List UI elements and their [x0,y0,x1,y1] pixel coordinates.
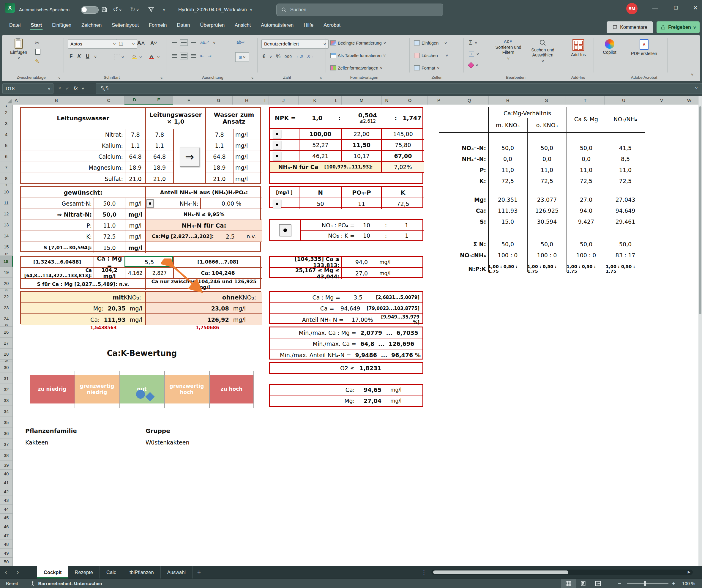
sheet-grid[interactable]: Leitungswasser Leitungswasser× 1,0 Wasse… [13,105,698,566]
clear-button[interactable]: ∨ [469,63,478,68]
tab-automatisieren[interactable]: Automatisieren [256,19,299,31]
row-header-46[interactable]: 46 [0,522,13,531]
row-header-45[interactable]: 45 [0,514,13,522]
format-painter-icon[interactable]: ✎ [35,58,39,65]
row-header-44[interactable]: 44 [0,505,13,514]
row-header-31[interactable]: 31 [0,373,13,384]
column-header-E[interactable]: E [145,96,173,105]
row-header-33[interactable]: 33 [0,395,13,406]
collapse-ribbon-icon[interactable]: ∨ [690,73,694,76]
row-header-15[interactable]: 15 [0,241,13,252]
tab-acrobat[interactable]: Acrobat [319,19,346,31]
page-break-view-icon[interactable] [591,579,605,588]
italic-button[interactable]: K [77,53,81,60]
ratio-spin-button[interactable] [279,224,291,236]
tab-overflow-icon[interactable]: ⋮ [421,566,427,579]
sheet-tab-calc[interactable]: Calc [100,566,123,579]
zoom-out-icon[interactable]: − [618,580,621,587]
create-pdf-button[interactable]: A PDF erstellen [629,39,659,56]
fill-button[interactable]: ↓∨ [469,51,479,56]
column-header-W[interactable]: W [680,96,698,105]
tab-seitenlayout[interactable]: Seitenlayout [107,19,144,31]
row-header-6[interactable]: 6 [0,151,13,162]
row-header-1[interactable]: 1 [0,105,13,107]
format-as-table-button[interactable]: Als Tabelle formatieren∨ [330,53,386,58]
row-header-19[interactable]: 19 [0,267,13,278]
addins-button[interactable]: Add-Ins [568,39,589,57]
row-header-9[interactable]: 9 [0,184,13,186]
tab-ansicht[interactable]: Ansicht [230,19,256,31]
row-header-11[interactable]: 11 [0,197,13,208]
font-size-select[interactable]: 11∨ [116,39,137,49]
sheet-nav-next-icon[interactable]: › [12,568,24,576]
tab-einfuegen[interactable]: Einfügen [47,19,76,31]
row-header-3[interactable]: 3 [0,118,13,129]
tab-hilfe[interactable]: Hilfe [299,19,319,31]
autosum-button[interactable]: Σ∨ [469,39,477,46]
share-button[interactable]: Freigeben∨ [657,21,700,33]
row-header-22[interactable]: 22 [0,291,13,302]
row-header-26[interactable]: 26 [0,327,13,338]
row-header-34[interactable]: 34 [0,406,13,417]
row-header-7[interactable]: 7 [0,162,13,173]
cell-styles-button[interactable]: Zellenformatvorlagen∨ [330,66,382,71]
add-sheet-button[interactable]: + [193,566,206,579]
row-header-27[interactable]: 27 [0,338,13,349]
row-header-8[interactable]: 8 [0,173,13,184]
percent-format-icon[interactable]: % [276,53,280,60]
vertical-scrollbar[interactable] [698,96,702,566]
column-header-U[interactable]: U [605,96,643,105]
column-header-P[interactable]: P [428,96,450,105]
row-header-29[interactable]: 29 [0,359,13,362]
column-header-L[interactable]: L [331,96,342,105]
zoom-slider[interactable] [627,583,669,584]
row-header-12[interactable]: 12 [0,208,13,219]
zoom-level[interactable]: 100 % [682,581,695,586]
align-top-icon[interactable] [172,41,177,44]
column-header-N[interactable]: N [382,96,392,105]
decrease-font-icon[interactable]: A˅ [150,40,157,46]
row-header-23[interactable]: 23 [0,302,13,313]
row-header-2[interactable]: 2 [0,107,13,118]
thousands-format-icon[interactable]: 000 [284,54,292,59]
format-cells-button[interactable]: Format∨ [414,66,439,71]
qat-more-icon[interactable]: ∨ [163,0,165,19]
row-header-13[interactable]: 13 [0,219,13,230]
column-header-O[interactable]: O [392,96,428,105]
formula-input[interactable] [96,83,702,94]
row-header-36[interactable]: 36 [0,428,13,439]
sheet-nav-prev-icon[interactable]: ‹ [0,568,12,576]
row-header-18[interactable]: 18 [0,256,13,267]
npk-spin-button-1[interactable] [273,130,281,138]
column-header-R[interactable]: R [489,96,527,105]
vertical-scrollbar-thumb[interactable] [699,106,701,314]
underline-button[interactable]: U [86,53,89,60]
row-header-21[interactable]: 21 [0,289,13,291]
minimize-button[interactable]: — [648,1,663,14]
tab-ueberpruefen[interactable]: Überprüfen [195,19,230,31]
accessibility-status[interactable]: Barrierefreiheit: Untersuchen [38,581,102,586]
mgl-spin-button[interactable] [273,200,281,208]
row-header-37[interactable]: 37 [0,439,13,450]
decrease-indent-icon[interactable]: ⇤ [200,53,204,58]
filter-icon[interactable] [148,0,154,19]
confirm-entry-icon[interactable]: ✓ [66,85,70,92]
row-header-28[interactable]: 28 [0,349,13,359]
row-header-25[interactable]: 25 [0,324,13,327]
npk-spin-button-3[interactable] [273,152,281,160]
normal-view-icon[interactable] [561,579,576,588]
scroll-right-icon[interactable]: ▶ [688,570,690,574]
row-header-14[interactable]: 14 [0,230,13,241]
font-name-select[interactable]: Aptos∨ [68,39,118,49]
column-header-J[interactable]: J [269,96,299,105]
clipboard-dialog-launcher[interactable]: ↘ [57,76,61,80]
page-layout-view-icon[interactable] [576,579,591,588]
column-header-B[interactable]: B [20,96,93,105]
row-header-17[interactable]: 17 [0,252,13,256]
column-header-Q[interactable]: Q [450,96,489,105]
row-header-24[interactable]: 24 [0,313,13,324]
insert-cells-button[interactable]: Einfügen∨ [414,40,447,45]
row-header-47[interactable]: 47 [0,531,13,540]
tab-daten[interactable]: Daten [172,19,195,31]
name-box[interactable]: D18∨ [2,83,53,94]
